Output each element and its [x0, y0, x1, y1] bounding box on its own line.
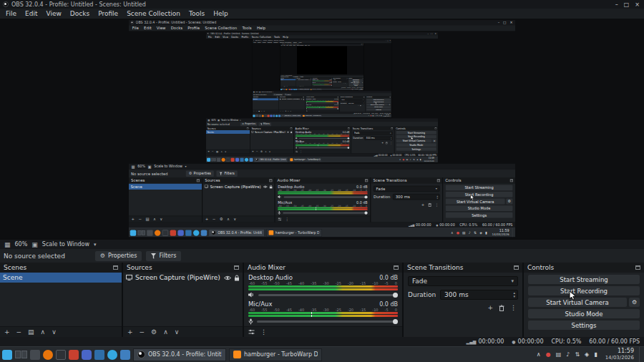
transition-selected-value: Fade [333, 79, 336, 80]
mixer-menu-button[interactable]: ⋮ [260, 327, 267, 338]
taskbar-task-turbowarp[interactable]: hamburger - TurboWarp Desktop [229, 348, 322, 361]
transition-select[interactable]: Fade ▾ [408, 276, 518, 286]
scene-list-item[interactable]: Scene [0, 273, 122, 283]
duration-input[interactable]: 300 ms ▴ ▾ [440, 290, 518, 300]
preview-canvas[interactable]: OBS 32.0.4 - Profile: Untitled - Scenes:… [129, 20, 515, 238]
popout-dock-icon[interactable] [113, 265, 118, 270]
popout-dock-icon[interactable] [514, 265, 519, 270]
clock[interactable]: 11:59 14/03/2026 [605, 348, 634, 361]
menu-scene-collection[interactable]: Scene Collection [122, 10, 185, 17]
taskbar-app-icon[interactable] [107, 350, 117, 360]
move-scene-down-button[interactable]: ∨ [52, 327, 57, 338]
stream-status: ▂▄▆ 00:00:00 [467, 338, 504, 345]
studio-mode-button[interactable]: Studio Mode [528, 309, 640, 318]
task-label: OBS 32.0.4 - Profile: Untitled - Sce... [285, 115, 301, 117]
scenes-panel-header[interactable]: Scenes [0, 263, 122, 273]
window-titlebar[interactable]: OBS 32.0.4 - Profile: Untitled - Scenes:… [0, 0, 644, 9]
move-scene-up-button[interactable]: ∧ [41, 327, 46, 338]
move-source-up-button[interactable]: ∧ [163, 327, 168, 338]
scene-transitions-panel-header[interactable]: Scene Transitions [404, 263, 522, 273]
scale-mode-select[interactable]: Scale to Window [42, 241, 89, 248]
menu-file[interactable]: File [1, 10, 21, 17]
minimize-button: – [498, 21, 499, 24]
popout-dock-icon[interactable] [394, 265, 399, 270]
remove-transition-trash-icon [360, 105, 361, 107]
move-source-up-button: ∧ [227, 216, 230, 222]
file-manager-icon[interactable] [120, 350, 130, 360]
lock-icon[interactable] [234, 275, 240, 281]
tray-volume-icon[interactable]: ♪ [566, 351, 570, 358]
settings-button[interactable]: Settings [528, 321, 640, 330]
app-launcher-icon[interactable] [2, 350, 12, 360]
popout-dock-icon[interactable] [635, 265, 640, 270]
maximize-button[interactable]: □ [624, 1, 630, 8]
audio-mixer-panel-header[interactable]: Audio Mixer [244, 263, 402, 273]
volume-slider-handle[interactable] [393, 319, 398, 324]
remove-source-button[interactable]: − [140, 327, 145, 338]
terminal-icon[interactable] [56, 350, 66, 360]
taskbar-task-obs[interactable]: OBS 32.0.4 - Profile: Untitled - Sce... [133, 348, 226, 361]
zoom-level[interactable]: 60% [15, 241, 28, 248]
taskbar-app-icon[interactable] [30, 350, 40, 360]
add-source-button[interactable]: + [127, 327, 133, 338]
tray-clipboard-icon: ▤ [352, 89, 353, 90]
taskbar-app-icon[interactable] [69, 350, 79, 360]
source-list-item[interactable]: Screen Capture (PipeWire) [123, 273, 243, 283]
channel-level-db: 0.0 dB [356, 200, 368, 204]
tray-record-indicator-icon[interactable]: ● [546, 351, 551, 358]
menu-docks[interactable]: Docks [66, 10, 94, 17]
properties-button[interactable]: ⚙ Properties [95, 251, 142, 261]
taskbar-app-icon[interactable] [94, 350, 104, 360]
tray-clipboard-icon[interactable]: ▤ [556, 351, 562, 358]
microphone-icon[interactable] [248, 318, 253, 325]
tray-network-icon[interactable]: ⇅ [575, 351, 580, 358]
menu-help[interactable]: Help [209, 10, 233, 17]
start-recording-button[interactable]: Start Recording [528, 286, 640, 295]
start-streaming-button: Start Streaming [446, 185, 513, 190]
menu-edit[interactable]: Edit [21, 10, 42, 17]
zoom-grid-icon[interactable]: ▦ [4, 241, 11, 248]
remove-scene-button[interactable]: − [16, 327, 22, 338]
menu-view[interactable]: View [42, 10, 66, 17]
gear-icon: ⚙ [274, 94, 275, 95]
filters-button[interactable]: Filters [146, 251, 181, 261]
show-desktop-button[interactable] [639, 347, 642, 362]
tray-microphone-icon[interactable]: ◈ [585, 351, 589, 358]
menu-profile[interactable]: Profile [94, 10, 122, 17]
spin-down-button[interactable]: ▾ [513, 295, 515, 298]
add-scene-button[interactable]: + [4, 327, 10, 338]
start-virtual-camera-button: Start Virtual Camera [446, 199, 505, 205]
start-virtual-camera-button[interactable]: Start Virtual Camera [528, 298, 627, 307]
tray-expand-chevron-icon[interactable]: ∧ [537, 351, 541, 358]
controls-body: Start Streaming Start Recording Start Vi… [524, 273, 644, 337]
controls-panel-header[interactable]: Controls [524, 263, 644, 273]
firefox-icon [155, 230, 160, 235]
close-button[interactable]: × [635, 1, 640, 8]
taskbar-app-icon[interactable] [82, 350, 92, 360]
firefox-icon[interactable] [43, 350, 53, 360]
virtual-camera-settings-button[interactable]: ⚙ [629, 298, 640, 307]
volume-slider[interactable] [257, 321, 398, 323]
scene-grid-mode-button[interactable]: ▤ [28, 327, 34, 338]
add-transition-button[interactable]: + [487, 304, 493, 311]
chevron-down-icon[interactable]: ▾ [94, 242, 97, 248]
remove-transition-trash-icon[interactable] [499, 305, 504, 311]
fit-screen-icon[interactable]: ▣ [31, 241, 38, 248]
source-properties-button[interactable]: ⚙ [151, 327, 157, 338]
minimize-button[interactable]: – [615, 1, 618, 8]
move-source-down-button[interactable]: ∨ [175, 327, 180, 338]
speaker-icon[interactable] [248, 292, 255, 298]
volume-slider[interactable] [258, 294, 398, 296]
popout-dock-icon[interactable] [234, 265, 239, 270]
pager-desktop-2[interactable] [21, 351, 27, 358]
visibility-eye-icon[interactable] [224, 275, 231, 280]
menu-tools[interactable]: Tools [185, 10, 209, 17]
pager-desktop-1[interactable] [15, 351, 21, 358]
tray-battery-icon[interactable]: ▮ [594, 351, 597, 358]
transition-menu-button[interactable]: ⋮ [510, 304, 517, 311]
start-streaming-button[interactable]: Start Streaming [528, 275, 640, 284]
sources-panel-header[interactable]: Sources [123, 263, 243, 273]
mixer-config-icon[interactable] [248, 329, 255, 335]
volume-slider-handle[interactable] [393, 293, 398, 298]
virtual-desktop-pager[interactable] [15, 351, 27, 358]
